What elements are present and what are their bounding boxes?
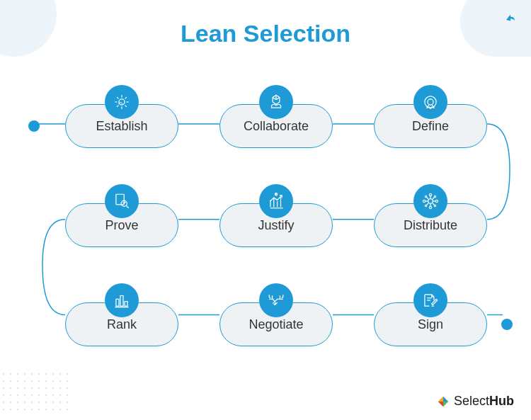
start-dot [28,120,40,132]
step-label: Justify [258,218,294,233]
svg-line-36 [432,197,434,199]
svg-line-13 [127,206,129,208]
handshake-icon [259,283,293,317]
step-establish: Establish [65,104,178,148]
svg-point-8 [119,99,125,105]
brand-logo: SelectHub [437,394,514,409]
step-label: Prove [105,218,138,233]
svg-point-10 [428,99,433,105]
logo-mark-icon [437,395,450,408]
target-icon [413,85,447,119]
svg-point-9 [425,96,436,108]
svg-line-33 [426,197,428,199]
step-label: Rank [107,317,137,332]
search-doc-icon [105,184,139,218]
gear-icon [105,85,139,119]
step-rank: Rank [65,302,178,346]
svg-point-22 [429,206,431,208]
step-sign: Sign [374,302,487,346]
step-justify: Justify [219,203,333,247]
brand-name: SelectHub [454,394,514,409]
step-distribute: Distribute [374,203,487,247]
doc-pen-icon [413,283,447,317]
step-prove: Prove [65,203,178,247]
step-define: Define [374,104,487,148]
step-label: Collaborate [244,119,309,134]
page-title: Lean Selection [0,20,531,47]
hands-icon [259,85,293,119]
svg-line-34 [432,203,434,205]
svg-point-24 [435,200,438,202]
bars-icon [105,283,139,317]
step-label: Distribute [404,218,457,233]
flow-diagram: Establish Collaborate Define [0,71,531,378]
chart-up-icon [259,184,293,218]
svg-rect-38 [120,296,123,307]
svg-point-23 [423,200,425,202]
step-label: Establish [96,119,147,134]
svg-rect-37 [116,299,119,306]
svg-point-21 [429,193,431,195]
step-label: Negotiate [249,317,303,332]
svg-rect-39 [125,302,127,307]
network-icon [413,184,447,218]
step-label: Define [412,119,449,134]
svg-rect-11 [116,194,124,205]
step-collaborate: Collaborate [219,104,333,148]
svg-point-20 [428,199,433,204]
step-label: Sign [418,317,443,332]
svg-line-35 [426,203,428,205]
step-negotiate: Negotiate [219,302,333,346]
end-dot [501,319,513,330]
